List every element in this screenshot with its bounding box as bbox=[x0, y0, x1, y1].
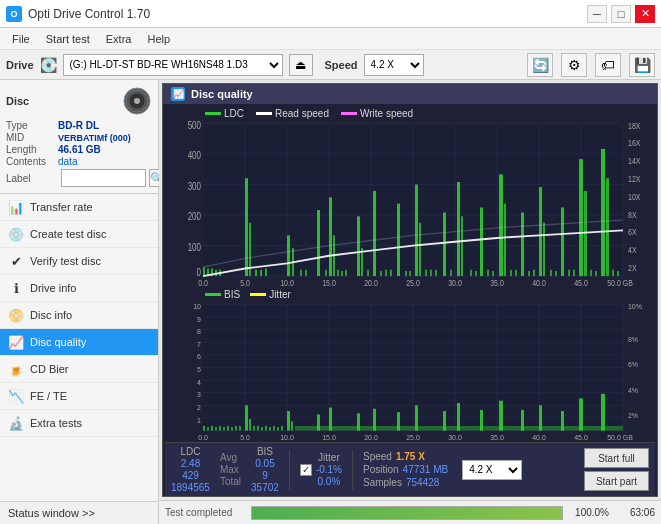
speed-info: Speed 1.75 X Position 47731 MB Samples 7… bbox=[363, 451, 448, 488]
svg-rect-167 bbox=[223, 427, 225, 430]
menubar: File Start test Extra Help bbox=[0, 28, 661, 50]
svg-text:400: 400 bbox=[188, 150, 201, 161]
disc-quality-header-icon: 📈 bbox=[171, 87, 185, 101]
svg-text:0.0: 0.0 bbox=[198, 278, 208, 286]
status-window-button[interactable]: Status window >> bbox=[0, 501, 158, 524]
svg-rect-166 bbox=[219, 426, 221, 431]
svg-rect-86 bbox=[461, 216, 463, 276]
sidebar-item-drive-info[interactable]: ℹ Drive info bbox=[0, 275, 158, 302]
sidebar-item-disc-info[interactable]: 📀 Disc info bbox=[0, 302, 158, 329]
progress-label: Test completed bbox=[165, 507, 245, 518]
svg-rect-62 bbox=[325, 270, 327, 276]
eject-button[interactable]: ⏏ bbox=[289, 54, 313, 76]
disc-label-input[interactable] bbox=[61, 169, 146, 187]
minimize-button[interactable]: ─ bbox=[587, 5, 607, 23]
speed-info-label: Speed bbox=[363, 451, 392, 462]
svg-rect-91 bbox=[492, 271, 494, 276]
svg-text:50.0 GB: 50.0 GB bbox=[607, 278, 633, 286]
sidebar-item-extra-tests[interactable]: 🔬 Extra tests bbox=[0, 410, 158, 437]
start-full-button[interactable]: Start full bbox=[584, 448, 649, 468]
drive-select[interactable]: (G:) HL-DT-ST BD-RE WH16NS48 1.D3 bbox=[63, 54, 283, 76]
svg-text:7: 7 bbox=[197, 340, 201, 350]
close-button[interactable]: ✕ bbox=[635, 5, 655, 23]
create-test-disc-icon: 💿 bbox=[8, 226, 24, 242]
disc-quality-icon: 📈 bbox=[8, 334, 24, 350]
disc-label-key: Label bbox=[6, 173, 58, 184]
svg-rect-103 bbox=[561, 207, 564, 276]
save-button[interactable]: 💾 bbox=[629, 53, 655, 77]
svg-rect-70 bbox=[367, 270, 369, 276]
legend-read: Read speed bbox=[256, 108, 329, 119]
menu-file[interactable]: File bbox=[4, 31, 38, 47]
titlebar-left: O Opti Drive Control 1.70 bbox=[6, 6, 150, 22]
bis-max: 9 bbox=[251, 470, 279, 481]
svg-rect-106 bbox=[579, 159, 583, 276]
jitter-column-header: Jitter bbox=[316, 452, 342, 463]
read-color bbox=[256, 112, 272, 115]
jitter-label: Jitter bbox=[269, 289, 291, 300]
sidebar-item-verify-test-disc[interactable]: ✔ Verify test disc bbox=[0, 248, 158, 275]
svg-rect-67 bbox=[345, 270, 347, 276]
svg-rect-79 bbox=[419, 223, 421, 276]
svg-text:12X: 12X bbox=[628, 174, 641, 184]
svg-rect-165 bbox=[215, 427, 217, 430]
sidebar: Disc Type BD-R DL MID VERBA bbox=[0, 80, 159, 524]
start-part-button[interactable]: Start part bbox=[584, 471, 649, 491]
maximize-button[interactable]: □ bbox=[611, 5, 631, 23]
legend-write-label: Write speed bbox=[360, 108, 413, 119]
menu-help[interactable]: Help bbox=[139, 31, 178, 47]
disc-info-icon: 📀 bbox=[8, 307, 24, 323]
svg-rect-81 bbox=[430, 270, 432, 276]
svg-rect-164 bbox=[211, 426, 213, 431]
speed-select[interactable]: 4.2 X bbox=[364, 54, 424, 76]
svg-text:6: 6 bbox=[197, 352, 201, 362]
svg-text:10X: 10X bbox=[628, 192, 641, 202]
bis-chart-svg: 10 9 8 7 6 5 4 3 2 1 10% 8% 6% bbox=[165, 302, 655, 440]
titlebar-controls: ─ □ ✕ bbox=[587, 5, 655, 23]
svg-rect-102 bbox=[555, 271, 557, 276]
drivebar: Drive 💽 (G:) HL-DT-ST BD-RE WH16NS48 1.D… bbox=[0, 50, 661, 80]
sidebar-item-transfer-rate[interactable]: 📊 Transfer rate bbox=[0, 194, 158, 221]
jitter-color bbox=[250, 293, 266, 296]
sidebar-item-cd-bier[interactable]: 🍺 CD Bier bbox=[0, 356, 158, 383]
drive-info-label: Drive info bbox=[30, 282, 76, 294]
disc-header: Disc bbox=[6, 86, 152, 116]
svg-text:8X: 8X bbox=[628, 210, 637, 220]
svg-text:0.0: 0.0 bbox=[198, 433, 208, 440]
svg-text:20.0: 20.0 bbox=[364, 278, 378, 286]
position-val: 47731 MB bbox=[403, 464, 449, 475]
svg-rect-87 bbox=[470, 270, 472, 276]
svg-rect-180 bbox=[277, 427, 279, 430]
svg-rect-68 bbox=[357, 216, 360, 276]
jitter-checkbox[interactable]: ✓ bbox=[300, 464, 312, 476]
ldc-chart-svg: 500 400 300 200 100 0 18X 16X 14X 12X 10… bbox=[165, 121, 655, 286]
disc-icon bbox=[122, 86, 152, 116]
settings-button[interactable]: ⚙ bbox=[561, 53, 587, 77]
sidebar-item-create-test-disc[interactable]: 💿 Create test disc bbox=[0, 221, 158, 248]
disc-contents-val[interactable]: data bbox=[58, 156, 77, 167]
sidebar-item-disc-quality[interactable]: 📈 Disc quality bbox=[0, 329, 158, 356]
svg-text:2X: 2X bbox=[628, 263, 637, 273]
svg-rect-192 bbox=[457, 403, 460, 431]
progress-time: 63:06 bbox=[615, 507, 655, 518]
refresh-button[interactable]: 🔄 bbox=[527, 53, 553, 77]
extra-tests-label: Extra tests bbox=[30, 417, 82, 429]
svg-rect-92 bbox=[499, 174, 503, 276]
sidebar-item-fe-te[interactable]: 📉 FE / TE bbox=[0, 383, 158, 410]
svg-rect-84 bbox=[450, 270, 452, 276]
speed-select-stats[interactable]: 4.2 X bbox=[462, 460, 522, 480]
label-button[interactable]: 🏷 bbox=[595, 53, 621, 77]
menu-extra[interactable]: Extra bbox=[98, 31, 140, 47]
bis-color bbox=[205, 293, 221, 296]
svg-text:16X: 16X bbox=[628, 139, 641, 149]
disc-length-row: Length 46.61 GB bbox=[6, 144, 152, 155]
menu-start-test[interactable]: Start test bbox=[38, 31, 98, 47]
extra-tests-icon: 🔬 bbox=[8, 415, 24, 431]
svg-text:30.0: 30.0 bbox=[448, 278, 462, 286]
svg-rect-198 bbox=[579, 399, 583, 431]
svg-rect-172 bbox=[245, 406, 248, 431]
svg-text:200: 200 bbox=[188, 211, 201, 222]
svg-rect-169 bbox=[231, 427, 233, 430]
disc-label-row: Label 🔍 bbox=[6, 169, 152, 187]
svg-rect-178 bbox=[269, 427, 271, 430]
